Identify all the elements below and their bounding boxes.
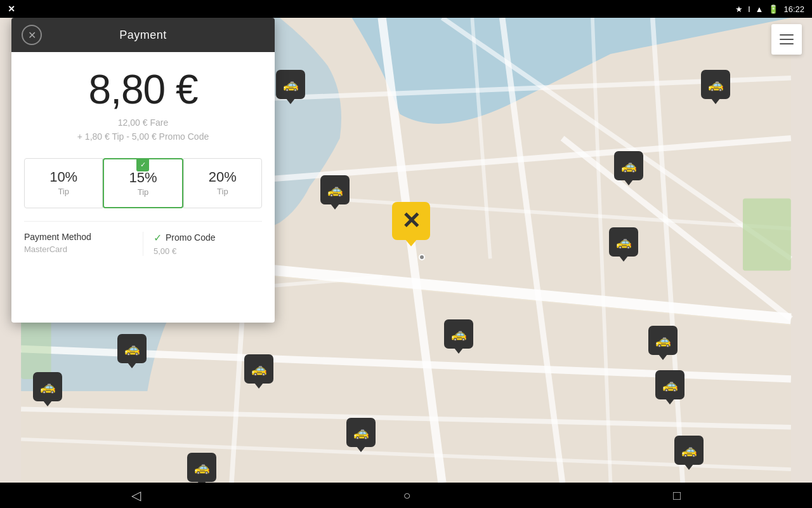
- hamburger-menu[interactable]: [771, 24, 802, 55]
- hamburger-line: [780, 43, 794, 44]
- taxi-marker: 🚕: [648, 326, 678, 355]
- tip-section: 10% Tip ✓ 15% Tip 20% Tip: [24, 158, 262, 208]
- tip-10-label: Tip: [30, 187, 97, 196]
- taxi-marker: 🚕: [614, 151, 643, 180]
- close-button[interactable]: ✕: [22, 25, 42, 45]
- recent-button[interactable]: □: [673, 488, 681, 503]
- tip-20-percent: 20%: [189, 169, 256, 185]
- taxi-marker: 🚕: [187, 453, 216, 482]
- bottom-section: Payment Method MasterCard ✓ Promo Code 5…: [24, 221, 262, 256]
- tip-15-label: Tip: [109, 187, 176, 197]
- hamburger-line: [780, 34, 794, 36]
- clock: 16:22: [783, 4, 804, 14]
- taxi-marker: 🚕: [346, 418, 376, 447]
- taxi-marker: 🚕: [609, 227, 638, 257]
- taxi-marker: 🚕: [244, 354, 273, 384]
- promo-code-value: 5,00 €: [154, 246, 262, 256]
- nav-bar: ◁ ○ □: [0, 483, 812, 508]
- main-price: 8,80 €: [24, 66, 262, 113]
- tip-10-button[interactable]: 10% Tip: [24, 158, 103, 208]
- taxi-marker: 🚕: [117, 334, 147, 363]
- promo-code-title: ✓ Promo Code: [154, 232, 262, 244]
- promo-code-col[interactable]: ✓ Promo Code 5,00 €: [143, 232, 262, 256]
- taxi-marker: 🚕: [33, 372, 62, 401]
- location-dot: [419, 254, 425, 260]
- tip-15-percent: 15%: [109, 170, 176, 186]
- panel-body: 8,80 € 12,00 € Fare + 1,80 € Tip - 5,00 …: [11, 52, 275, 256]
- extras-label: + 1,80 € Tip - 5,00 € Promo Code: [24, 130, 262, 144]
- taxi-marker: 🚕: [701, 70, 730, 99]
- status-right: ★ Ⅰ ▲ 🔋 16:22: [735, 4, 804, 14]
- taxi-marker: 🚕: [674, 436, 704, 465]
- svg-rect-19: [743, 198, 791, 271]
- taxi-marker: 🚕: [320, 175, 350, 204]
- panel-title: Payment: [119, 29, 167, 42]
- tip-15-check: ✓: [136, 159, 149, 171]
- payment-method-col[interactable]: Payment Method MasterCard: [24, 232, 143, 256]
- promo-check-icon: ✓: [154, 232, 162, 244]
- panel-header: ✕ Payment: [11, 18, 275, 52]
- fare-detail: 12,00 € Fare + 1,80 € Tip - 5,00 € Promo…: [24, 116, 262, 144]
- fare-label: 12,00 € Fare: [24, 116, 262, 130]
- tip-15-button[interactable]: ✓ 15% Tip: [103, 158, 183, 208]
- taxi-marker: 🚕: [276, 70, 305, 99]
- payment-method-title: Payment Method: [24, 232, 133, 242]
- hero-x-icon: ✕: [402, 208, 421, 234]
- home-button[interactable]: ○: [403, 488, 410, 503]
- status-left: ✕: [8, 4, 15, 14]
- app-icon: ✕: [8, 4, 15, 14]
- tip-10-percent: 10%: [30, 169, 97, 185]
- back-button[interactable]: ◁: [131, 488, 141, 503]
- payment-panel: ✕ Payment 8,80 € 12,00 € Fare + 1,80 € T…: [11, 18, 275, 323]
- payment-method-value: MasterCard: [24, 244, 133, 254]
- bluetooth-icon: ★: [735, 4, 743, 14]
- hero-marker: ✕: [392, 202, 430, 246]
- taxi-marker: 🚕: [655, 370, 684, 399]
- taxi-marker: 🚕: [444, 319, 473, 349]
- battery-icon: 🔋: [768, 4, 778, 14]
- tip-20-label: Tip: [189, 187, 256, 196]
- price-section: 8,80 € 12,00 € Fare + 1,80 € Tip - 5,00 …: [11, 52, 275, 149]
- wifi-icon: ▲: [756, 4, 764, 14]
- hamburger-line: [780, 39, 794, 40]
- status-bar: ✕ ★ Ⅰ ▲ 🔋 16:22: [0, 0, 812, 18]
- tip-20-button[interactable]: 20% Tip: [183, 158, 262, 208]
- signal-icon: Ⅰ: [748, 4, 750, 14]
